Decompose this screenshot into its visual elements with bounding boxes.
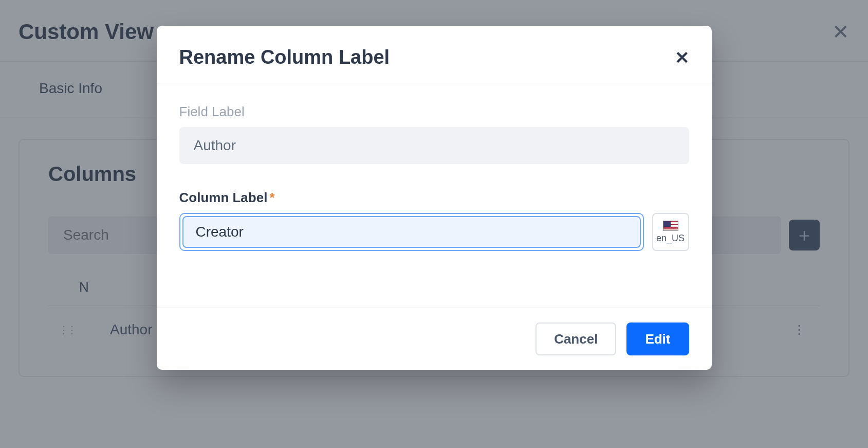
input-focus-ring	[179, 213, 644, 251]
modal-overlay: Rename Column Label ✕ Field Label Column…	[0, 0, 868, 448]
field-label-caption: Field Label	[179, 104, 689, 120]
locale-button[interactable]: en_US	[652, 213, 689, 251]
flag-us-icon	[663, 221, 678, 231]
locale-code: en_US	[656, 233, 685, 244]
modal-body: Field Label Column Label* en_US	[157, 83, 712, 308]
edit-button[interactable]: Edit	[626, 322, 689, 355]
cancel-label: Cancel	[554, 331, 598, 347]
rename-column-modal: Rename Column Label ✕ Field Label Column…	[157, 26, 712, 370]
cancel-button[interactable]: Cancel	[535, 322, 616, 355]
column-label-group: Column Label* en_US	[179, 190, 689, 251]
field-label-group: Field Label	[179, 104, 689, 164]
column-label-row: en_US	[179, 213, 689, 251]
edit-label: Edit	[645, 331, 670, 347]
field-label-input	[179, 127, 689, 164]
column-label-input[interactable]	[182, 216, 641, 248]
modal-header: Rename Column Label ✕	[157, 26, 712, 83]
column-label-text: Column Label	[179, 190, 268, 205]
modal-title: Rename Column Label	[179, 46, 390, 68]
required-star: *	[269, 190, 274, 205]
close-icon[interactable]: ✕	[675, 47, 689, 68]
column-label-caption: Column Label*	[179, 190, 689, 206]
modal-footer: Cancel Edit	[157, 308, 712, 370]
